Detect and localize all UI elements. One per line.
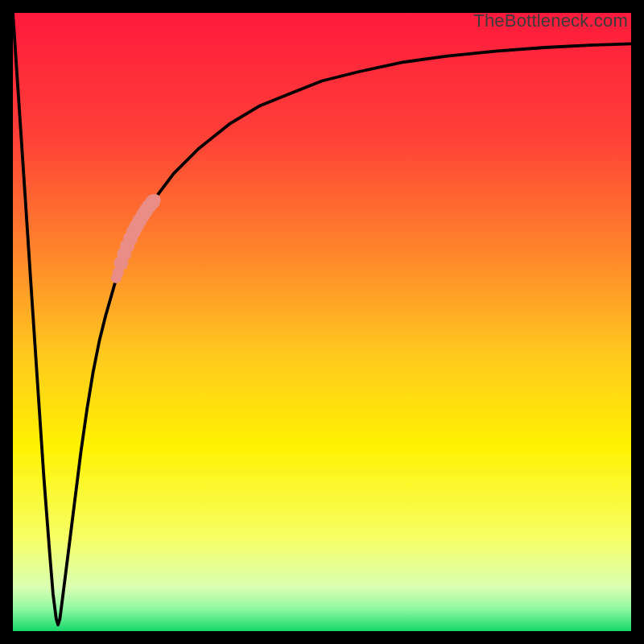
svg-point-14 <box>111 273 122 283</box>
svg-point-15 <box>116 259 126 270</box>
chart-frame: TheBottleneck.com <box>0 0 644 644</box>
plot-area: TheBottleneck.com <box>13 13 631 631</box>
svg-point-13 <box>150 194 161 205</box>
chart-canvas <box>13 13 631 631</box>
